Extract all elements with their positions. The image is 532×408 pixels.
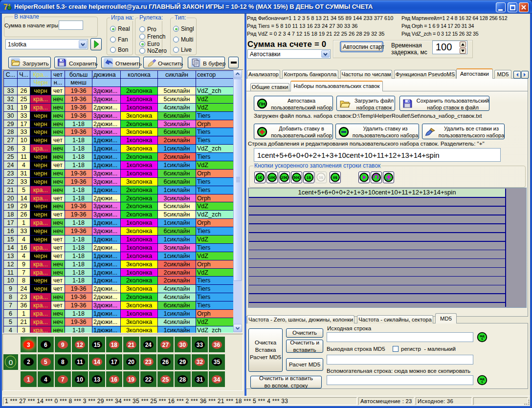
svg-text:5$: 5$ <box>319 175 323 180</box>
svg-text:5: 5 <box>481 380 483 384</box>
svg-text:7: 7 <box>3 3 8 11</box>
svg-text:10€: 10€ <box>269 175 276 180</box>
svg-text:50€: 50€ <box>293 175 300 180</box>
svg-text:1€: 1€ <box>258 175 262 180</box>
svg-text:25€: 25€ <box>281 175 288 180</box>
svg-text:ПН: ПН <box>259 102 266 107</box>
svg-text:5: 5 <box>481 337 483 341</box>
svg-text:1$: 1$ <box>307 175 311 180</box>
svg-text:0$: 0$ <box>333 175 337 180</box>
